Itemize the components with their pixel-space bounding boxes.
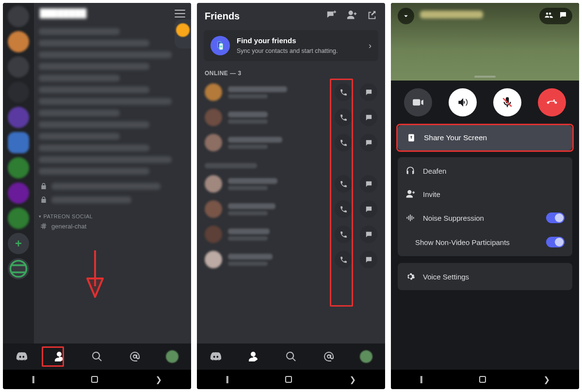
nav-recents[interactable]: ||| — [226, 375, 227, 384]
noise-suppression-toggle[interactable]: Noise Suppression — [398, 206, 572, 230]
tab-search-icon[interactable] — [285, 350, 297, 363]
find-friends-card[interactable]: Find your friends Sync your contacts and… — [204, 30, 378, 61]
server-icon[interactable] — [8, 82, 29, 103]
members-icon[interactable] — [544, 11, 553, 21]
nav-home[interactable] — [91, 376, 98, 383]
server-icon[interactable] — [8, 6, 29, 27]
channel-general-chat[interactable]: general-chat — [39, 219, 186, 233]
server-icon[interactable] — [8, 208, 29, 229]
minimize-call-button[interactable] — [398, 8, 414, 24]
headphones-icon — [405, 166, 415, 176]
server-rail: + — [3, 3, 34, 343]
tab-discord-icon[interactable] — [16, 350, 28, 363]
message-friend-button[interactable] — [360, 134, 377, 151]
chat-icon[interactable] — [559, 11, 567, 21]
hangup-button[interactable] — [538, 88, 566, 116]
friends-title: Friends — [205, 11, 240, 22]
friend-row[interactable] — [204, 222, 378, 247]
nav-home[interactable] — [285, 376, 292, 383]
call-friend-button[interactable] — [335, 134, 352, 151]
friend-row[interactable] — [204, 80, 378, 105]
find-friends-icon — [210, 36, 230, 55]
show-nonvideo-toggle[interactable]: Show Non-Video Participants — [398, 230, 572, 254]
tab-profile-avatar[interactable] — [360, 350, 372, 363]
tab-friends-icon[interactable] — [53, 350, 65, 363]
channel-locked[interactable] — [39, 193, 186, 207]
friend-row[interactable] — [204, 105, 378, 130]
friend-row[interactable] — [204, 247, 378, 272]
tab-search-icon[interactable] — [91, 350, 103, 363]
new-dm-icon[interactable] — [367, 10, 377, 22]
message-friend-button[interactable] — [360, 109, 377, 126]
call-options-card: Deafen Invite Noise Suppression Show Non… — [398, 157, 572, 256]
screenshot-panel-2: Friends Find your friends Sync your cont… — [197, 3, 385, 389]
nav-home[interactable] — [479, 376, 486, 383]
speaker-button[interactable] — [449, 88, 477, 116]
invite-button[interactable]: Invite — [398, 182, 572, 206]
message-friend-button[interactable] — [360, 83, 377, 101]
new-message-icon[interactable] — [326, 10, 337, 22]
find-friends-subtitle: Sync your contacts and start chatting. — [237, 48, 338, 54]
server-icon[interactable] — [8, 56, 29, 78]
toggle-on[interactable] — [546, 237, 565, 247]
toggle-on[interactable] — [546, 212, 565, 223]
server-icon[interactable] — [8, 182, 29, 204]
tab-profile-avatar[interactable] — [166, 350, 178, 363]
channel-locked[interactable] — [39, 180, 186, 193]
video-toggle-button[interactable] — [404, 88, 432, 116]
voice-settings-label: Voice Settings — [423, 273, 469, 281]
call-video-area — [391, 3, 579, 81]
tab-mentions-icon[interactable] — [129, 350, 141, 363]
message-friend-button[interactable] — [360, 226, 377, 243]
explore-servers-button[interactable] — [8, 258, 29, 279]
share-screen-button[interactable]: Share Your Screen — [398, 125, 572, 150]
server-name[interactable]: ████████ — [40, 9, 86, 18]
friend-row[interactable] — [204, 196, 378, 222]
nav-recents[interactable]: ||| — [420, 375, 421, 384]
annotation-arrow — [84, 248, 106, 302]
svg-point-2 — [220, 46, 222, 48]
share-screen-label: Share Your Screen — [424, 133, 487, 142]
nav-recents[interactable]: ||| — [32, 375, 33, 384]
nav-back[interactable]: ❮ — [350, 375, 356, 384]
friend-row[interactable] — [204, 130, 378, 155]
tab-discord-icon[interactable] — [210, 350, 222, 363]
sheet-drag-handle[interactable] — [474, 76, 496, 78]
channel-label: general-chat — [51, 223, 86, 230]
menu-icon[interactable] — [175, 10, 185, 17]
call-friend-button[interactable] — [335, 109, 352, 126]
add-server-button[interactable]: + — [8, 233, 29, 254]
message-friend-button[interactable] — [360, 200, 377, 218]
tab-friends-icon[interactable] — [247, 350, 259, 363]
share-screen-icon — [406, 133, 416, 143]
call-friend-button[interactable] — [335, 251, 352, 268]
friend-row[interactable] — [204, 171, 378, 196]
server-icon[interactable] — [8, 132, 29, 153]
server-icon[interactable] — [8, 107, 29, 128]
friends-subsection — [205, 163, 257, 168]
mute-button[interactable] — [493, 88, 521, 116]
call-friend-button[interactable] — [335, 175, 352, 193]
android-system-nav: ||| ❮ — [3, 370, 191, 389]
chat-peek[interactable] — [175, 19, 191, 49]
screenshot-panel-3: Share Your Screen Deafen Invite Noise Su… — [391, 3, 579, 389]
deafen-button[interactable]: Deafen — [398, 159, 572, 182]
gear-icon — [405, 272, 415, 281]
bottom-tab-bar — [3, 343, 191, 370]
call-friend-button[interactable] — [335, 200, 352, 218]
tab-mentions-icon[interactable] — [323, 350, 335, 363]
nav-back[interactable]: ❮ — [156, 375, 162, 384]
call-friend-button[interactable] — [335, 83, 352, 101]
voice-settings-button[interactable]: Voice Settings — [398, 265, 572, 288]
android-system-nav: ||| ❮ — [391, 370, 579, 389]
message-friend-button[interactable] — [360, 175, 377, 193]
call-controls — [391, 81, 579, 125]
nav-back[interactable]: ❮ — [544, 375, 550, 384]
soundwave-icon — [405, 213, 415, 223]
channel-category[interactable]: PATREON SOCIAL — [39, 213, 186, 219]
server-icon[interactable] — [8, 157, 29, 179]
message-friend-button[interactable] — [360, 251, 377, 268]
call-friend-button[interactable] — [335, 226, 352, 243]
server-icon[interactable] — [8, 31, 29, 52]
add-friend-icon[interactable] — [346, 10, 357, 22]
